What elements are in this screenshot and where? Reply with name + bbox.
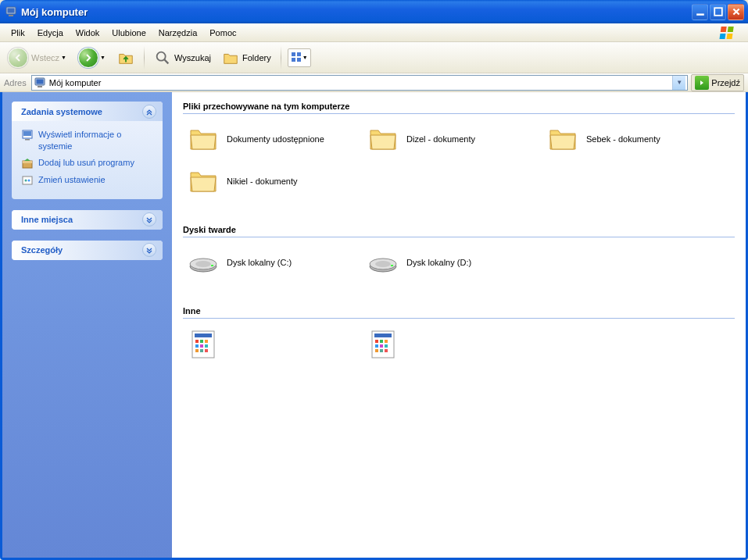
maximize-button[interactable] — [710, 4, 726, 20]
menu-favorites[interactable]: Ulubione — [106, 26, 152, 40]
svg-rect-19 — [25, 139, 30, 141]
separator — [281, 46, 281, 70]
chevron-down-icon — [142, 212, 156, 226]
info-icon — [21, 129, 34, 141]
menu-help[interactable]: Pomoc — [203, 26, 242, 40]
go-label: Przejdź — [711, 78, 740, 87]
menu-view[interactable]: Widok — [70, 26, 106, 40]
svg-rect-54 — [385, 349, 388, 352]
hard-disk-icon — [188, 247, 219, 278]
task-link-label: Zmień ustawienie — [38, 174, 106, 186]
svg-rect-35 — [195, 340, 199, 343]
folder-icon — [188, 166, 219, 197]
folder-item[interactable]: Dokumenty udostępnione — [183, 122, 363, 156]
task-header-places[interactable]: Inne miejsca — [12, 210, 163, 230]
menu-file[interactable]: Plik — [5, 26, 31, 40]
svg-rect-18 — [23, 131, 31, 136]
my-computer-icon — [34, 77, 46, 89]
svg-rect-52 — [375, 349, 378, 352]
svg-rect-43 — [205, 349, 208, 352]
svg-rect-10 — [292, 52, 295, 56]
title-bar: Mój komputer — [0, 0, 748, 23]
go-button[interactable]: Przejdź — [691, 74, 744, 91]
search-button[interactable]: Wyszukaj — [151, 47, 214, 69]
svg-rect-11 — [297, 52, 301, 56]
minimize-button[interactable] — [692, 4, 708, 20]
svg-point-27 — [195, 261, 211, 267]
group-header: Inne — [183, 303, 735, 319]
folders-label: Foldery — [242, 53, 271, 62]
forward-button[interactable]: ▼ — [75, 45, 109, 70]
other-item[interactable] — [363, 326, 542, 361]
settings-icon — [21, 174, 34, 187]
window-title: Mój komputer — [21, 6, 692, 18]
task-header-label: Inne miejsca — [21, 215, 73, 224]
arrow-left-icon — [8, 48, 28, 68]
group-header: Pliki przechowywane na tym komputerze — [183, 98, 735, 114]
group-header: Dyski twarde — [183, 222, 735, 237]
go-arrow-icon — [695, 76, 709, 90]
up-button[interactable] — [114, 47, 138, 69]
other-item[interactable] — [183, 326, 363, 361]
folders-icon — [222, 49, 239, 66]
views-button[interactable]: ▼ — [288, 48, 311, 67]
task-header-details[interactable]: Szczegóły — [12, 241, 163, 260]
task-link-change-setting[interactable]: Zmień ustawienie — [21, 174, 153, 187]
svg-rect-46 — [375, 340, 378, 343]
item-label: Nikiel - dokumenty — [227, 177, 297, 186]
content-area: Zadania systemowe Wyświetl informacje o … — [0, 92, 748, 560]
svg-rect-49 — [375, 344, 378, 348]
item-label: Sebek - dokumenty — [586, 134, 660, 144]
main-panel: Pliki przechowywane na tym komputerze Do… — [172, 92, 746, 558]
disk-item[interactable]: Dysk lokalny (C:) — [183, 245, 363, 280]
svg-point-9 — [157, 52, 166, 60]
task-header-system[interactable]: Zadania systemowe — [12, 102, 163, 121]
svg-rect-50 — [380, 344, 383, 348]
address-field[interactable]: Mój komputer ▼ — [31, 75, 689, 91]
svg-rect-42 — [200, 349, 203, 352]
task-box-places: Inne miejsca — [12, 210, 163, 230]
back-button[interactable]: Wstecz ▼ — [5, 45, 70, 70]
separator — [144, 46, 145, 70]
group-items-disks: Dysk lokalny (C:) Dysk lokalny (D:) — [183, 245, 735, 287]
control-panel-icon — [367, 328, 399, 359]
svg-rect-2 — [9, 15, 13, 16]
item-label: Dysk lokalny (D:) — [406, 258, 471, 267]
task-link-add-remove[interactable]: Dodaj lub usuń programy — [21, 157, 153, 169]
address-bar: Adres Mój komputer ▼ Przejdź — [0, 73, 748, 92]
svg-rect-16 — [38, 86, 42, 87]
task-link-system-info[interactable]: Wyświetl informacje o systemie — [21, 129, 153, 152]
task-link-label: Dodaj lub usuń programy — [38, 157, 134, 169]
menu-tools[interactable]: Narzędzia — [152, 26, 204, 40]
svg-rect-13 — [297, 58, 301, 62]
svg-rect-48 — [385, 340, 388, 343]
search-label: Wyszukaj — [174, 53, 211, 62]
address-dropdown[interactable]: ▼ — [672, 76, 685, 90]
svg-rect-12 — [292, 58, 295, 62]
side-panel: Zadania systemowe Wyświetl informacje o … — [2, 92, 172, 558]
svg-rect-51 — [385, 344, 388, 348]
folder-item[interactable]: Sebek - dokumenty — [542, 122, 722, 156]
task-header-label: Szczegóły — [21, 245, 63, 255]
chevron-down-icon: ▼ — [302, 55, 309, 60]
package-icon — [21, 157, 34, 169]
disk-item[interactable]: Dysk lokalny (D:) — [363, 245, 542, 280]
windows-logo-icon — [717, 25, 745, 41]
back-label: Wstecz — [31, 53, 59, 62]
svg-rect-3 — [696, 13, 704, 15]
folders-button[interactable]: Foldery — [219, 47, 274, 69]
item-label: Dysk lokalny (C:) — [227, 258, 292, 267]
arrow-right-icon — [78, 48, 98, 68]
group-items-folders: Dokumenty udostępnione Dizel - dokumenty… — [183, 122, 735, 206]
folder-item[interactable]: Dizel - dokumenty — [363, 122, 542, 156]
search-icon — [154, 49, 171, 66]
svg-rect-36 — [200, 340, 203, 343]
my-computer-icon — [5, 5, 17, 18]
svg-point-23 — [25, 179, 27, 181]
close-button[interactable] — [728, 4, 744, 20]
folder-item[interactable]: Nikiel - dokumenty — [183, 164, 363, 198]
menu-edit[interactable]: Edycja — [31, 26, 70, 40]
svg-rect-41 — [195, 349, 199, 352]
svg-rect-1 — [8, 9, 15, 13]
folder-icon — [367, 123, 399, 155]
